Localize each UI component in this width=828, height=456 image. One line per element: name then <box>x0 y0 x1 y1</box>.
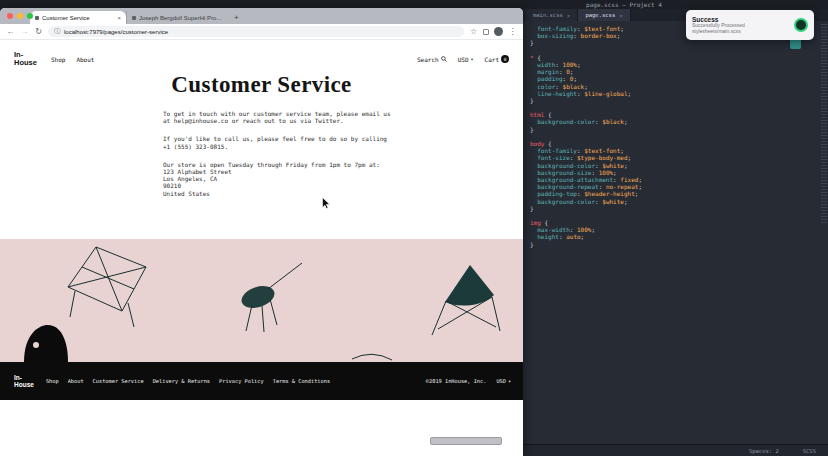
footer-logo[interactable]: In- House <box>14 374 34 389</box>
footer-link[interactable]: Customer Service <box>93 378 144 384</box>
favicon-icon <box>132 16 136 20</box>
code-line: } <box>530 39 818 46</box>
code-token: : <box>591 169 598 176</box>
new-tab-icon[interactable]: + <box>228 11 245 24</box>
profile-avatar[interactable] <box>494 27 503 36</box>
code-token: ; <box>573 75 577 82</box>
code-token: : <box>570 226 577 233</box>
code-token: } <box>530 126 534 133</box>
success-icon <box>794 18 808 32</box>
paragraph: Our store is open Tuesday through Friday… <box>163 161 399 197</box>
editor-tab[interactable]: page.scss× <box>578 9 630 21</box>
site-header: In- House ShopAbout Search USD ▾ <box>0 48 523 70</box>
chrome-menu-icon[interactable]: ⋮ <box>508 27 517 37</box>
code-token: $black <box>563 83 585 90</box>
site-logo[interactable]: In- House <box>14 51 37 68</box>
footer-link[interactable]: About <box>68 378 84 384</box>
footer-currency-selector[interactable]: USD ▾ <box>496 378 511 384</box>
toast-text: Success Successfully Processed styleshee… <box>692 16 789 35</box>
nav-link-shop[interactable]: Shop <box>51 56 65 63</box>
code-line: background-size: 100%; <box>530 169 818 176</box>
floor-arc-icon <box>352 354 392 360</box>
reload-icon[interactable]: ↻ <box>34 27 43 37</box>
code-line: line-height: $line-global; <box>530 90 818 97</box>
minimap[interactable] <box>821 24 827 224</box>
forward-icon[interactable]: → <box>20 27 29 37</box>
code-line: html { <box>530 111 818 118</box>
code-token: line-height <box>537 90 577 97</box>
cart-button[interactable]: Cart 0 <box>485 55 509 63</box>
browser-window: Customer Service × Joseph Bergdoll Super… <box>0 8 523 456</box>
search-button[interactable]: Search <box>417 56 447 63</box>
code-token: ; <box>577 61 581 68</box>
code-line <box>530 104 818 111</box>
close-window-icon[interactable] <box>7 13 13 19</box>
currency-selector[interactable]: USD ▾ <box>458 56 474 63</box>
code-token: background-color <box>537 198 595 205</box>
code-line <box>530 133 818 140</box>
chevron-down-icon: ▾ <box>471 56 474 62</box>
close-icon[interactable]: × <box>619 12 623 19</box>
cart-count-badge: 0 <box>501 55 509 63</box>
zoom-window-icon[interactable] <box>27 13 33 19</box>
browser-tab-active[interactable]: Customer Service × <box>30 11 126 24</box>
code-line: } <box>530 205 818 212</box>
extension-icon[interactable] <box>483 29 489 35</box>
minimize-window-icon[interactable] <box>17 13 23 19</box>
footer-link[interactable]: Shop <box>46 378 59 384</box>
browser-tabstrip: Customer Service × Joseph Bergdoll Super… <box>0 8 523 24</box>
code-token: $header-height <box>584 190 635 197</box>
code-line: background-attachment: fixed; <box>530 176 818 183</box>
illustration-section <box>0 239 523 362</box>
code-token: box-sizing <box>537 32 573 39</box>
editor-tab-label: page.scss <box>585 12 615 18</box>
footer-link[interactable]: Delivery & Returns <box>153 378 210 384</box>
text-line: 90210 <box>163 182 399 189</box>
status-syntax[interactable]: SCSS <box>803 448 816 454</box>
code-token: $text-font <box>584 25 620 32</box>
page-viewport: In- House ShopAbout Search USD ▾ <box>0 40 523 456</box>
text-line: United States <box>163 190 399 197</box>
tab-title: Joseph Bergdoll SuperHi Pro... <box>139 15 223 21</box>
code-token: ; <box>628 154 632 161</box>
code-token: ; <box>620 147 624 154</box>
code-token: border-box <box>581 32 617 39</box>
code-token: font-family <box>537 25 577 32</box>
code-token: ; <box>624 118 628 125</box>
cone-chair-icon <box>432 265 500 335</box>
text-line: Los Angeles, CA <box>163 175 399 182</box>
background-window-sliver <box>430 437 502 445</box>
back-icon[interactable]: ← <box>6 27 15 37</box>
code-token: ; <box>624 198 628 205</box>
code-token: $white <box>602 162 624 169</box>
address-bar[interactable]: ⓘ localhost:7979/pages/customer-service <box>48 26 464 37</box>
bookmark-star-icon[interactable]: ☆ <box>469 27 478 37</box>
codekit-toast[interactable]: Success Successfully Processed styleshee… <box>686 10 814 40</box>
toast-line2: stylesheets/main.scss <box>692 29 789 35</box>
nav-link-about[interactable]: About <box>76 56 94 63</box>
browser-tab-inactive[interactable]: Joseph Bergdoll SuperHi Pro... <box>126 11 228 24</box>
footer-link[interactable]: Privacy Policy <box>219 378 264 384</box>
code-token: ; <box>638 183 642 190</box>
code-line: background-color: $white; <box>530 162 818 169</box>
tab-title: Customer Service <box>42 15 114 21</box>
text-line: To get in touch with our customer servic… <box>163 110 399 117</box>
site-nav: ShopAbout <box>51 56 95 63</box>
code-token: } <box>530 39 534 46</box>
code-token: html <box>530 111 544 118</box>
footer-link[interactable]: Terms & Conditions <box>273 378 330 384</box>
close-icon[interactable]: × <box>567 12 571 19</box>
close-tab-icon[interactable]: × <box>117 15 121 21</box>
currency-label: USD <box>458 56 469 63</box>
code-token: } <box>530 97 534 104</box>
search-icon <box>441 56 447 62</box>
status-indentation[interactable]: Spaces: 2 <box>749 448 779 454</box>
code-line: width: 100%; <box>530 61 818 68</box>
editor-tab[interactable]: main.scss× <box>526 9 578 21</box>
code-token: ; <box>617 32 621 39</box>
site-info-icon[interactable]: ⓘ <box>54 27 60 36</box>
editor-tab-label: main.scss <box>533 12 563 18</box>
code-token: body <box>530 140 544 147</box>
code-token: : <box>555 83 562 90</box>
code-token: } <box>530 241 534 248</box>
